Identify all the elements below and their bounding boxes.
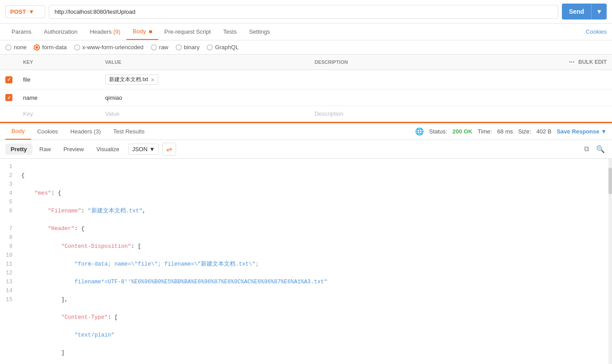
format-label: JSON <box>132 146 148 153</box>
th-checkbox-col <box>0 55 18 70</box>
file-tag-close[interactable]: × <box>151 76 154 83</box>
form-table: KEY VALUE DESCRIPTION ··· Bulk Edit file <box>0 55 612 122</box>
row-2-value: qimiao <box>105 94 122 101</box>
cookies-link[interactable]: Cookies <box>586 28 607 35</box>
row-1-checkbox-cell[interactable] <box>0 70 18 90</box>
view-tab-preview[interactable]: Preview <box>58 144 89 155</box>
response-section: Body Cookies Headers (3) Test Results 🌐 … <box>0 122 612 364</box>
empty-value-cell[interactable]: Value <box>100 106 309 122</box>
scroll-thumb[interactable] <box>608 168 612 194</box>
row-2-key-cell[interactable]: name <box>18 90 100 106</box>
row-1-key-cell[interactable]: file <box>18 70 100 90</box>
line-numbers: 1 2 3 4 5 6 7 8 9 10 11 12 13 14 15 <box>0 162 18 364</box>
value-placeholder: Value <box>100 106 309 121</box>
tab-prerequest[interactable]: Pre-request Script <box>158 24 217 39</box>
view-tab-visualize[interactable]: Visualize <box>91 144 125 155</box>
send-label: Send <box>562 8 591 15</box>
view-tabs-bar: Pretty Raw Preview Visualize JSON ▼ ⇌ ⧉ … <box>0 140 612 159</box>
response-status-bar: 🌐 Status: 200 OK Time: 68 ms Size: 402 B… <box>415 127 607 136</box>
row-2-key: name <box>23 94 38 101</box>
radio-none-circle <box>5 44 12 51</box>
top-bar: POST ▼ Send ▼ <box>0 0 612 23</box>
th-actions: ··· Bulk Edit <box>453 55 612 70</box>
radio-raw-circle <box>151 44 157 51</box>
radio-form-data-circle <box>34 44 40 51</box>
save-response-button[interactable]: Save Response ▼ <box>557 128 607 135</box>
key-placeholder: Key <box>18 106 100 121</box>
view-tab-raw[interactable]: Raw <box>34 144 56 155</box>
table-row: name qimiao <box>0 90 612 106</box>
row-2-desc-cell[interactable] <box>309 90 453 106</box>
th-description: DESCRIPTION <box>309 55 453 70</box>
response-tabs-bar: Body Cookies Headers (3) Test Results 🌐 … <box>0 123 612 140</box>
row-1-checkbox[interactable] <box>5 76 12 83</box>
tab-params[interactable]: Params <box>5 24 38 39</box>
format-arrow: ▼ <box>149 146 155 153</box>
copy-icon[interactable]: ⧉ <box>582 143 591 155</box>
row-2-checkbox[interactable] <box>5 94 12 101</box>
time-value: 68 ms <box>497 128 513 135</box>
empty-key-cell[interactable]: Key <box>18 106 100 122</box>
tab-headers[interactable]: Headers (9) <box>84 24 127 39</box>
body-type-bar: none form-data x-www-form-urlencoded raw… <box>0 40 612 55</box>
method-arrow: ▼ <box>28 8 34 15</box>
method-select[interactable]: POST ▼ <box>5 5 45 18</box>
tab-settings[interactable]: Settings <box>243 24 276 39</box>
wrap-button[interactable]: ⇌ <box>162 143 176 156</box>
more-options-icon[interactable]: ··· <box>569 58 575 66</box>
radio-urlencoded-circle <box>74 44 80 51</box>
table-row: file 新建文本文档.txt × <box>0 70 612 90</box>
radio-raw[interactable]: raw <box>151 44 169 51</box>
tab-authorization[interactable]: Authorization <box>38 24 84 39</box>
icon-actions: ⧉ 🔍 <box>582 143 607 155</box>
empty-desc-cell[interactable]: Description <box>309 106 453 122</box>
bulk-edit-button[interactable]: Bulk Edit <box>578 59 607 65</box>
radio-binary[interactable]: binary <box>176 44 200 51</box>
response-tab-body[interactable]: Body <box>5 123 31 140</box>
radio-none[interactable]: none <box>5 44 27 51</box>
tab-body[interactable]: Body <box>126 23 158 40</box>
response-tab-cookies[interactable]: Cookies <box>31 124 64 139</box>
desc-placeholder: Description <box>309 106 453 121</box>
view-tab-pretty[interactable]: Pretty <box>5 144 32 155</box>
code-area: 1 2 3 4 5 6 7 8 9 10 11 12 13 14 15 { "m… <box>0 159 612 364</box>
th-value: VALUE <box>100 55 309 70</box>
table-row-empty: Key Value Description <box>0 106 612 122</box>
radio-urlencoded[interactable]: x-www-form-urlencoded <box>74 44 144 51</box>
radio-form-data[interactable]: form-data <box>34 44 67 51</box>
response-tab-headers[interactable]: Headers (3) <box>64 124 107 139</box>
method-label: POST <box>10 8 26 15</box>
radio-graphql-circle <box>207 44 213 51</box>
code-content: { "mes": { "Filename": "新建文本文档.txt", "He… <box>18 162 612 364</box>
file-tag-name: 新建文本文档.txt <box>109 76 148 83</box>
status-code: 200 OK <box>452 128 472 135</box>
url-input[interactable] <box>49 5 558 19</box>
size-value: 402 B <box>536 128 551 135</box>
send-button[interactable]: Send ▼ <box>562 4 607 20</box>
format-select[interactable]: JSON ▼ <box>128 144 159 155</box>
file-tag: 新建文本文档.txt × <box>105 74 158 85</box>
row-1-value-cell[interactable]: 新建文本文档.txt × <box>100 70 309 90</box>
request-tabs-bar: Params Authorization Headers (9) Body Pr… <box>0 23 612 40</box>
status-label: Status: <box>429 128 447 135</box>
th-key: KEY <box>18 55 100 70</box>
row-2-checkbox-cell[interactable] <box>0 90 18 106</box>
row-1-desc-cell[interactable] <box>309 70 453 90</box>
size-label: Size: <box>518 128 531 135</box>
send-dropdown-arrow[interactable]: ▼ <box>591 4 607 20</box>
row-2-value-cell[interactable]: qimiao <box>100 90 309 106</box>
tab-tests[interactable]: Tests <box>217 24 243 39</box>
search-icon[interactable]: 🔍 <box>594 143 607 155</box>
response-tab-test-results[interactable]: Test Results <box>107 124 151 139</box>
radio-binary-circle <box>176 44 182 51</box>
scrollbar[interactable] <box>608 159 612 364</box>
row-1-key: file <box>23 76 31 83</box>
time-label: Time: <box>478 128 492 135</box>
radio-graphql[interactable]: GraphQL <box>207 44 239 51</box>
globe-icon: 🌐 <box>415 127 424 136</box>
